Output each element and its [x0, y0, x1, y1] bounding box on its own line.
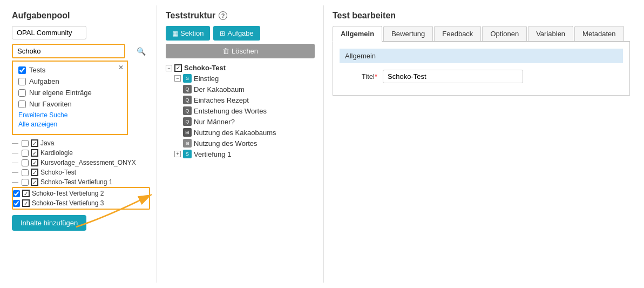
favoriten-checkbox[interactable] [18, 101, 26, 108]
tab-optionen[interactable]: Optionen [482, 26, 527, 41]
tree-item-vertiefung3: ✓ Schoko-Test Vertiefung 3 [13, 198, 149, 208]
tab-metadaten[interactable]: Metadaten [574, 26, 623, 41]
loeschen-wrapper: 🗑 Löschen [166, 44, 315, 58]
aufgaben-checkbox[interactable] [18, 78, 26, 85]
teststruktur-label: Teststruktur [166, 11, 215, 21]
sektion-icon-einstieg: S [183, 74, 192, 83]
struct-nutzung-kakao-label: Nutzung des Kakaobaums [194, 129, 276, 137]
struct-root: − ✓ Schoko-Test [166, 63, 315, 73]
q-icon-kakaobaum: Q [183, 85, 192, 93]
right-panel-title: Test bearbeiten [333, 11, 630, 21]
right-panel: Test bearbeiten Allgemein Bewertung Feed… [324, 5, 639, 283]
tab-variablen[interactable]: Variablen [528, 26, 573, 41]
q-icon-nutzung-kakao: ⊞ [183, 128, 192, 137]
middle-panel-title: Teststruktur ? [166, 11, 315, 21]
sektion-button[interactable]: ▦ Sektion [166, 26, 210, 41]
struct-vertiefung1-label: Vertiefung 1 [194, 150, 231, 158]
tree-item-kardiologie: — ✓ Kardiologie [12, 148, 150, 158]
tree-item-kursvorlage: — ✓ Kursvorlage_Assessment_ONYX [12, 158, 150, 168]
expand-root-icon[interactable]: − [166, 65, 172, 71]
aufgabe-button[interactable]: ⊞ Aufgabe [213, 26, 260, 41]
dash-icon: — [12, 159, 18, 166]
tree-item-java: — ✓ Java [12, 138, 150, 148]
schoko-checkbox[interactable] [22, 169, 29, 176]
tree-item-schoko-label: Schoko-Test [40, 169, 76, 176]
q-icon-nutzung-wort: ⊟ [183, 139, 192, 148]
java-check-icon: ✓ [31, 139, 38, 147]
kursvorlage-checkbox[interactable] [22, 159, 29, 166]
struct-entstehung: Q Entstehung des Wortes [166, 105, 315, 116]
highlighted-rows: ✓ Schoko-Test Vertiefung 2 ✓ Schoko-Test… [12, 187, 150, 210]
vertiefung2-check-icon: ✓ [22, 190, 30, 197]
filter-item-favoriten: Nur Favoriten [18, 100, 121, 108]
struct-rezept-label: Einfaches Rezept [194, 96, 249, 104]
aufgabe-grid-icon: ⊞ [220, 30, 225, 37]
title-input[interactable] [383, 70, 523, 83]
vertiefung1-checkbox[interactable] [22, 179, 29, 186]
tree-item-kursvorlage-label: Kursvorlage_Assessment_ONYX [40, 159, 136, 166]
tree-item-vertiefung3-label: Schoko-Test Vertiefung 3 [32, 199, 104, 207]
tab-bewertung[interactable]: Bewertung [383, 26, 433, 41]
sektion-grid-icon: ▦ [172, 30, 178, 37]
tests-checkbox[interactable] [18, 66, 26, 74]
tab-feedback[interactable]: Feedback [434, 26, 481, 41]
dash-icon: — [12, 139, 18, 147]
mid-buttons: ▦ Sektion ⊞ Aufgabe [166, 26, 315, 41]
java-checkbox[interactable] [22, 140, 29, 147]
struct-maenner-label: Nur Männer? [194, 118, 235, 126]
tab-allgemein[interactable]: Allgemein [333, 26, 382, 42]
q-icon-maenner: Q [183, 117, 192, 126]
sektion-icon-vertiefung1: S [183, 150, 192, 158]
struct-nutzung-wort: ⊟ Nutzung des Wortes [166, 138, 315, 149]
filter-item-eigene: Nur eigene Einträge [18, 89, 121, 97]
required-asterisk: * [375, 72, 377, 81]
filter-item-aufgaben: Aufgaben [18, 77, 121, 85]
add-content-button[interactable]: Inhalte hinzufügen [12, 215, 86, 231]
struct-vertiefung1: + S Vertiefung 1 [166, 149, 315, 159]
eigene-checkbox[interactable] [18, 89, 26, 97]
dash-icon: — [12, 149, 18, 157]
struct-root-label: Schoko-Test [184, 64, 226, 72]
filter-popup: ✕ Tests Aufgaben Nur eigene Einträge Nur… [12, 61, 128, 135]
struct-kakaobaum: Q Der Kakaobaum [166, 84, 315, 95]
search-input[interactable] [12, 44, 125, 58]
schoko-check-icon: ✓ [31, 169, 38, 176]
dash-icon: — [12, 169, 18, 176]
left-panel: Aufgabenpool OPAL Community 🔍 ✕ Tests Au… [5, 5, 157, 283]
tree-list: — ✓ Java — ✓ Kardiologie — ✓ Kursvorlage… [12, 138, 150, 210]
expand-vertiefung1-icon[interactable]: + [174, 151, 181, 157]
form-row-title: Titel* [340, 70, 623, 83]
aufgaben-label: Aufgaben [29, 77, 59, 85]
tree-item-vertiefung2-label: Schoko-Test Vertiefung 2 [32, 190, 104, 197]
vertiefung1-check-icon: ✓ [31, 178, 38, 186]
tabs-row: Allgemein Bewertung Feedback Optionen Va… [333, 26, 630, 42]
q-icon-rezept: Q [183, 96, 192, 104]
favoriten-label: Nur Favoriten [29, 100, 72, 108]
vertiefung3-check-icon: ✓ [22, 199, 30, 207]
tree-item-schoko: — ✓ Schoko-Test [12, 168, 150, 177]
filter-item-tests: Tests [18, 66, 121, 74]
tests-label: Tests [29, 66, 45, 74]
erweiterte-suche-link[interactable]: Erweiterte Suche [18, 111, 121, 119]
dash-icon: — [12, 178, 18, 186]
left-panel-title: Aufgabenpool [12, 11, 150, 21]
help-icon[interactable]: ? [219, 11, 227, 20]
expand-einstieg-icon[interactable]: − [174, 75, 181, 82]
structure-tree: − ✓ Schoko-Test − S Einstieg Q Der Kakao… [166, 63, 315, 159]
struct-rezept: Q Einfaches Rezept [166, 95, 315, 105]
opal-community-dropdown[interactable]: OPAL Community [12, 26, 86, 39]
tree-item-vertiefung1: — ✓ Schoko-Test Vertiefung 1 [12, 177, 150, 187]
eigene-label: Nur eigene Einträge [29, 89, 92, 97]
tree-item-kardiologie-label: Kardiologie [40, 149, 73, 157]
kardiologie-check-icon: ✓ [31, 149, 38, 157]
alle-anzeigen-link[interactable]: Alle anzeigen [18, 120, 121, 128]
search-button[interactable]: 🔍 [133, 46, 149, 57]
kardiologie-checkbox[interactable] [22, 150, 29, 157]
vertiefung3-checkbox[interactable] [13, 200, 20, 207]
close-filter-icon[interactable]: ✕ [118, 64, 124, 71]
loeschen-button[interactable]: 🗑 Löschen [166, 44, 315, 58]
vertiefung2-checkbox[interactable] [13, 190, 20, 197]
title-label: Titel* [340, 72, 383, 81]
dropdown-wrapper: OPAL Community [12, 26, 150, 39]
tree-item-vertiefung1-label: Schoko-Test Vertiefung 1 [40, 178, 112, 186]
